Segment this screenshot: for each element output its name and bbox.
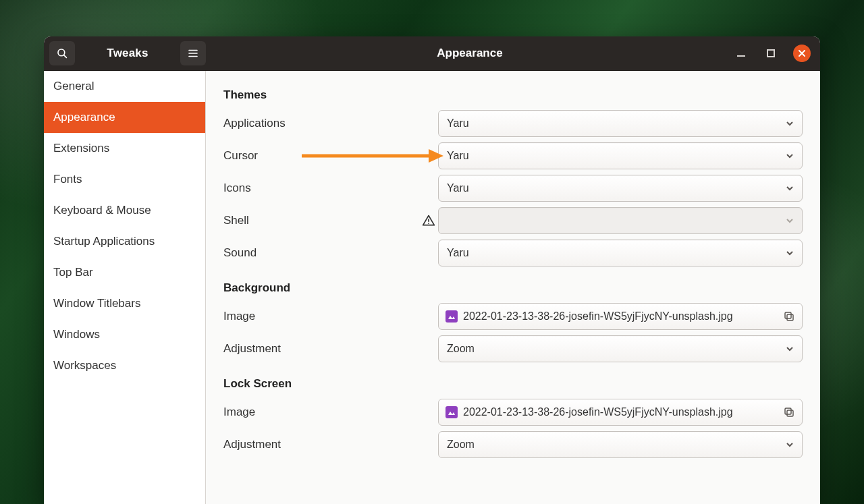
file-chooser-lockscreen-image[interactable]: 2022-01-23-13-38-26-josefin-WS5yjFjycNY-… — [438, 399, 803, 426]
select-sound[interactable]: Yaru — [438, 240, 803, 267]
app-title: Tweaks — [84, 47, 171, 60]
sidebar: General Appearance Extensions Fonts Keyb… — [44, 71, 206, 504]
maximize-button[interactable] — [763, 46, 778, 61]
file-name: 2022-01-23-13-38-26-josefin-WS5yjFjycNY-… — [463, 310, 778, 323]
image-file-icon — [446, 406, 458, 418]
close-icon — [798, 49, 806, 57]
file-name: 2022-01-23-13-38-26-josefin-WS5yjFjycNY-… — [463, 406, 778, 418]
chevron-down-icon — [786, 249, 794, 257]
svg-rect-14 — [787, 314, 793, 320]
window-controls — [734, 45, 820, 62]
hamburger-icon — [187, 47, 199, 59]
select-value: Yaru — [447, 247, 469, 259]
svg-line-1 — [63, 55, 66, 57]
titlebar-left-group: Tweaks — [44, 41, 206, 65]
sidebar-item-label: Fonts — [53, 173, 82, 186]
label-lockscreen-adjustment: Adjustment — [223, 438, 438, 451]
sidebar-item-general[interactable]: General — [44, 71, 205, 102]
chevron-down-icon — [786, 441, 794, 449]
browse-icon — [783, 406, 795, 418]
chevron-down-icon — [786, 119, 794, 128]
select-shell — [438, 207, 803, 234]
label-background-adjustment: Adjustment — [223, 342, 438, 356]
row-background-image: Image 2022-01-23-13-38-26-josefin-WS5yjF… — [223, 300, 803, 333]
sidebar-item-top-bar[interactable]: Top Bar — [44, 257, 205, 288]
row-background-adjustment: Adjustment Zoom — [223, 333, 803, 365]
svg-rect-15 — [785, 408, 791, 414]
sidebar-item-windows[interactable]: Windows — [44, 319, 205, 350]
minimize-button[interactable] — [734, 46, 749, 61]
select-value: Zoom — [447, 343, 475, 355]
sidebar-item-extensions[interactable]: Extensions — [44, 133, 205, 164]
label-cursor: Cursor — [223, 149, 438, 163]
row-cursor: Cursor Yaru — [223, 140, 803, 172]
chevron-down-icon — [786, 152, 794, 160]
window-body: General Appearance Extensions Fonts Keyb… — [44, 71, 820, 504]
sidebar-item-label: Keyboard & Mouse — [53, 204, 151, 217]
select-lockscreen-adjustment[interactable]: Zoom — [438, 431, 803, 458]
section-title-lockscreen: Lock Screen — [223, 377, 803, 391]
row-applications: Applications Yaru — [223, 107, 803, 140]
app-window: Tweaks Appearance General Appearance Ext… — [44, 36, 820, 504]
row-lockscreen-image: Image 2022-01-23-13-38-26-josefin-WS5yjF… — [223, 396, 803, 428]
sidebar-item-workspaces[interactable]: Workspaces — [44, 350, 205, 381]
sidebar-item-label: General — [53, 80, 94, 93]
select-cursor[interactable]: Yaru — [438, 142, 803, 169]
label-applications: Applications — [223, 117, 438, 130]
sidebar-item-label: Startup Applications — [53, 235, 155, 248]
sidebar-item-label: Top Bar — [53, 266, 93, 279]
search-icon — [56, 47, 68, 59]
row-lockscreen-adjustment: Adjustment Zoom — [223, 428, 803, 461]
select-value: Yaru — [447, 182, 469, 194]
page-title: Appearance — [206, 47, 734, 60]
minimize-icon — [736, 49, 746, 58]
row-icons: Icons Yaru — [223, 172, 803, 204]
sidebar-item-keyboard-mouse[interactable]: Keyboard & Mouse — [44, 195, 205, 226]
content-pane: Themes Applications Yaru Cursor Yaru — [206, 71, 820, 504]
select-value: Yaru — [447, 117, 469, 130]
label-shell: Shell — [223, 214, 419, 227]
row-shell: Shell — [223, 204, 803, 237]
select-icons[interactable]: Yaru — [438, 175, 803, 202]
search-button[interactable] — [49, 41, 75, 65]
hamburger-button[interactable] — [180, 41, 206, 65]
svg-point-12 — [428, 223, 429, 224]
label-sound: Sound — [223, 246, 438, 260]
sidebar-item-label: Windows — [53, 328, 100, 341]
section-title-themes: Themes — [223, 88, 803, 102]
chevron-down-icon — [786, 217, 794, 225]
select-value: Yaru — [447, 150, 469, 162]
chevron-down-icon — [786, 345, 794, 353]
sidebar-item-label: Appearance — [53, 111, 115, 124]
svg-rect-16 — [787, 410, 793, 416]
browse-icon — [783, 310, 795, 323]
sidebar-item-fonts[interactable]: Fonts — [44, 164, 205, 195]
sidebar-item-startup-applications[interactable]: Startup Applications — [44, 226, 205, 257]
chevron-down-icon — [786, 184, 794, 192]
select-value: Zoom — [447, 439, 475, 451]
sidebar-item-appearance[interactable]: Appearance — [44, 102, 205, 133]
sidebar-item-label: Workspaces — [53, 359, 116, 372]
select-background-adjustment[interactable]: Zoom — [438, 335, 803, 362]
file-chooser-background-image[interactable]: 2022-01-23-13-38-26-josefin-WS5yjFjycNY-… — [438, 303, 803, 330]
svg-rect-5 — [737, 55, 745, 57]
select-applications[interactable]: Yaru — [438, 110, 803, 137]
sidebar-item-window-titlebars[interactable]: Window Titlebars — [44, 288, 205, 319]
section-title-background: Background — [223, 281, 803, 295]
warning-icon — [419, 214, 438, 227]
sidebar-item-label: Window Titlebars — [53, 297, 140, 310]
close-button[interactable] — [793, 45, 811, 62]
row-sound: Sound Yaru — [223, 237, 803, 269]
svg-rect-6 — [767, 50, 774, 57]
svg-rect-13 — [785, 312, 791, 318]
label-lockscreen-image: Image — [223, 405, 438, 419]
image-file-icon — [446, 310, 458, 323]
label-background-image: Image — [223, 310, 438, 323]
label-icons: Icons — [223, 181, 438, 195]
titlebar: Tweaks Appearance — [44, 36, 820, 71]
sidebar-item-label: Extensions — [53, 142, 109, 155]
maximize-icon — [767, 49, 775, 57]
